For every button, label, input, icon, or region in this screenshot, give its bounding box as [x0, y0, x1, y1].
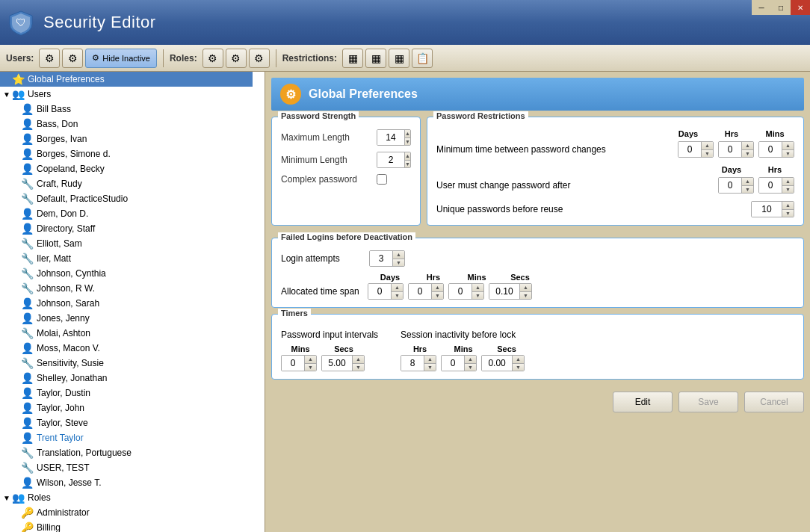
fl-secs-up[interactable]: ▲ — [520, 283, 531, 292]
tree-role-billing[interactable]: 🔑 Billing — [0, 520, 253, 532]
fl-mins-input[interactable] — [449, 283, 472, 300]
tree-user-molai-ashton[interactable]: 🔧 Molai, Ashton — [0, 326, 253, 341]
si-mins-down[interactable]: ▼ — [465, 364, 476, 372]
unique-passwords-spinner[interactable]: ▲ ▼ — [751, 201, 794, 217]
min-time-mins-up[interactable]: ▲ — [782, 141, 794, 150]
hide-inactive-button[interactable]: ⚙ Hide Inactive — [85, 49, 157, 68]
login-attempts-input[interactable] — [370, 250, 392, 267]
min-time-hrs-spinner[interactable]: ▲ ▼ — [718, 141, 754, 158]
unique-passwords-input[interactable] — [752, 201, 782, 217]
fl-mins-spinner[interactable]: ▲ ▼ — [448, 283, 484, 300]
save-button[interactable]: Save — [678, 392, 738, 412]
max-length-up[interactable]: ▲ — [405, 129, 410, 138]
login-attempts-down[interactable]: ▼ — [393, 259, 404, 267]
unique-passwords-up[interactable]: ▲ — [782, 201, 794, 210]
fl-days-input[interactable] — [368, 283, 391, 300]
min-time-days-down[interactable]: ▼ — [702, 150, 713, 158]
tree-user-bass-don[interactable]: 👤 Bass, Don — [0, 117, 253, 132]
tree-user-borges-ivan[interactable]: 👤 Borges, Ivan — [0, 132, 253, 146]
min-length-down[interactable]: ▼ — [405, 161, 410, 169]
users-edit-button[interactable]: ⚙ — [62, 49, 83, 68]
roles-add-button[interactable]: ⚙ — [202, 49, 223, 68]
close-button[interactable]: ✕ — [791, 0, 810, 15]
restrictions-btn-4[interactable]: 📋 — [412, 49, 433, 68]
min-time-hrs-up[interactable]: ▲ — [742, 141, 753, 150]
must-change-hrs-spinner[interactable]: ▲ ▼ — [758, 177, 794, 194]
min-time-days-input[interactable] — [678, 141, 701, 158]
must-change-hrs-up[interactable]: ▲ — [782, 177, 794, 186]
tree-role-administrator[interactable]: 🔑 Administrator — [0, 505, 253, 520]
fl-hrs-down[interactable]: ▼ — [432, 292, 443, 300]
si-mins-input[interactable] — [442, 355, 464, 371]
tree-user-directory-staff[interactable]: 👤 Directory, Staff — [0, 221, 253, 236]
tree-user-moss-macon[interactable]: 👤 Moss, Macon V. — [0, 341, 253, 356]
users-add-button[interactable]: ⚙ — [39, 49, 60, 68]
si-mins-spinner[interactable]: ▲ ▼ — [441, 355, 477, 371]
tree-user-dem-don[interactable]: 👤 Dem, Don D. — [0, 206, 253, 221]
tree-user-user-test[interactable]: 🔧 USER, TEST — [0, 460, 253, 475]
min-time-hrs-input[interactable] — [719, 141, 741, 158]
tree-user-trent-taylor[interactable]: 👤 Trent Taylor — [0, 430, 253, 445]
min-time-days-spinner[interactable]: ▲ ▼ — [678, 141, 714, 158]
pi-secs-up[interactable]: ▲ — [353, 355, 364, 364]
pi-mins-up[interactable]: ▲ — [305, 355, 316, 364]
max-length-down[interactable]: ▼ — [405, 138, 410, 146]
si-secs-down[interactable]: ▼ — [513, 364, 524, 372]
restrictions-btn-3[interactable]: ▦ — [389, 49, 409, 68]
must-change-hrs-down[interactable]: ▼ — [782, 186, 794, 194]
pi-secs-spinner[interactable]: ▲ ▼ — [321, 355, 365, 371]
tree-user-borges-simone[interactable]: 👤 Borges, Simone d. — [0, 146, 253, 161]
unique-passwords-down[interactable]: ▼ — [782, 210, 794, 218]
fl-mins-down[interactable]: ▼ — [472, 292, 483, 300]
must-change-days-up[interactable]: ▲ — [742, 177, 753, 186]
min-time-days-up[interactable]: ▲ — [702, 141, 713, 150]
si-hrs-spinner[interactable]: ▲ ▼ — [401, 355, 436, 371]
tree-user-elliott-sam[interactable]: 🔧 Elliott, Sam — [0, 236, 253, 251]
fl-secs-down[interactable]: ▼ — [520, 292, 531, 300]
pi-mins-input[interactable] — [282, 355, 304, 371]
must-change-days-spinner[interactable]: ▲ ▼ — [718, 177, 754, 194]
restore-button[interactable]: □ — [771, 0, 791, 15]
tree-global-prefs[interactable]: ⭐ Global Preferences — [0, 72, 253, 87]
max-length-input[interactable]: 14 — [377, 129, 404, 146]
fl-secs-spinner[interactable]: ▲ ▼ — [489, 283, 532, 300]
tree-user-translation[interactable]: 🔧 Translation, Portuguese — [0, 445, 253, 460]
tree-user-craft-rudy[interactable]: 🔧 Craft, Rudy — [0, 176, 253, 191]
min-length-up[interactable]: ▲ — [405, 152, 410, 161]
fl-secs-input[interactable] — [489, 283, 519, 300]
si-secs-spinner[interactable]: ▲ ▼ — [481, 355, 525, 371]
min-time-mins-input[interactable] — [759, 141, 782, 158]
tree-user-iler-matt[interactable]: 🔧 Iler, Matt — [0, 251, 253, 266]
login-attempts-spinner[interactable]: ▲ ▼ — [369, 250, 405, 267]
tree-user-default-practice[interactable]: 🔧 Default, PracticeStudio — [0, 191, 253, 206]
tree-user-johnson-sarah[interactable]: 👤 Johnson, Sarah — [0, 296, 253, 311]
must-change-days-input[interactable] — [719, 177, 741, 194]
tree-roles-header[interactable]: ▼ 👥 Roles — [0, 490, 253, 505]
fl-days-down[interactable]: ▼ — [392, 292, 403, 300]
must-change-days-down[interactable]: ▼ — [742, 186, 753, 194]
pi-secs-input[interactable] — [322, 355, 352, 371]
tree-user-copeland-becky[interactable]: 👤 Copeland, Becky — [0, 161, 253, 176]
complex-password-checkbox[interactable] — [377, 174, 387, 185]
tree-user-taylor-john[interactable]: 👤 Taylor, John — [0, 400, 253, 415]
fl-hrs-input[interactable] — [409, 283, 431, 300]
pi-secs-down[interactable]: ▼ — [353, 364, 364, 372]
tree-user-wilson-jesse[interactable]: 👤 Wilson, Jesse T. — [0, 475, 253, 490]
min-length-input[interactable]: 2 — [377, 152, 404, 168]
max-length-spinner[interactable]: 14 ▲ ▼ — [377, 129, 411, 146]
min-time-hrs-down[interactable]: ▼ — [742, 150, 753, 158]
tree-user-taylor-dustin[interactable]: 👤 Taylor, Dustin — [0, 386, 253, 400]
pi-mins-down[interactable]: ▼ — [305, 364, 316, 372]
tree-user-shelley-jonathan[interactable]: 👤 Shelley, Jonathan — [0, 371, 253, 386]
cancel-button[interactable]: Cancel — [744, 392, 804, 412]
fl-hrs-spinner[interactable]: ▲ ▼ — [408, 283, 444, 300]
si-hrs-input[interactable] — [401, 355, 424, 371]
tree-user-jones-jenny[interactable]: 👤 Jones, Jenny — [0, 311, 253, 326]
si-secs-input[interactable] — [482, 355, 512, 371]
minimize-button[interactable]: ─ — [752, 0, 771, 15]
si-hrs-down[interactable]: ▼ — [424, 364, 436, 372]
restrictions-btn-1[interactable]: ▦ — [342, 49, 363, 68]
tree-user-bill-bass[interactable]: 👤 Bill Bass — [0, 102, 253, 117]
edit-button[interactable]: Edit — [613, 392, 673, 412]
pi-mins-spinner[interactable]: ▲ ▼ — [281, 355, 317, 371]
